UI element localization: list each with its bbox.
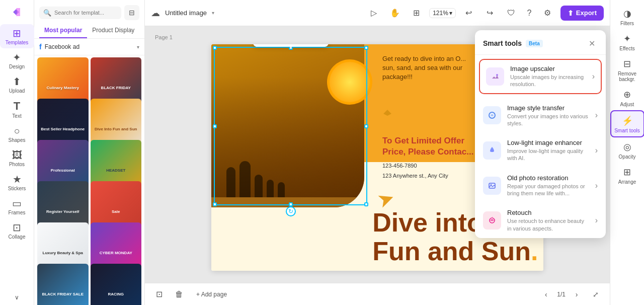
upload-label: Upload bbox=[9, 88, 25, 94]
low-light-desc: Improve low-light image quality with AI. bbox=[507, 147, 589, 162]
upload-icon: ⬆ bbox=[13, 77, 21, 87]
photos-icon: 🖼 bbox=[12, 150, 22, 160]
frames-icon: ▭ bbox=[12, 198, 22, 208]
retouch-item[interactable]: Retouch Use retouch to enhance beauty in… bbox=[475, 203, 606, 238]
right-tool-effects[interactable]: ✦ Effects bbox=[610, 29, 645, 54]
low-light-arrow-icon: › bbox=[595, 146, 598, 155]
tab-product-display[interactable]: Product Display bbox=[87, 23, 139, 38]
image-upscaler-icon-box bbox=[486, 67, 504, 86]
app-logo[interactable] bbox=[9, 4, 25, 20]
smart-tools-label: Smart tools bbox=[614, 128, 640, 133]
search-box[interactable]: 🔍 bbox=[39, 7, 121, 19]
close-smart-panel-button[interactable]: ✕ bbox=[586, 37, 598, 49]
old-photo-item[interactable]: Old photo restoration Repair your damage… bbox=[475, 168, 606, 203]
remove-bg-label: Remove backgr. bbox=[612, 71, 642, 82]
old-photo-info: Old photo restoration Repair your damage… bbox=[507, 174, 589, 197]
sidebar-item-templates[interactable]: ⊞ Templates bbox=[0, 24, 34, 48]
sidebar-item-frames[interactable]: ▭ Frames bbox=[0, 194, 34, 218]
fullscreen-button[interactable]: ⤢ bbox=[588, 286, 604, 302]
low-light-item[interactable]: Low-light image enhancer Improve low-lig… bbox=[475, 133, 606, 168]
filters-label: Filters bbox=[620, 21, 634, 26]
shield-icon[interactable]: 🛡 bbox=[503, 5, 519, 21]
sidebar-item-upload[interactable]: ⬆ Upload bbox=[0, 72, 34, 97]
templates-icon: ⊞ bbox=[13, 28, 21, 38]
doc-chevron-icon[interactable]: ▾ bbox=[212, 10, 214, 16]
effects-icon: ✦ bbox=[623, 33, 631, 44]
tab-most-popular[interactable]: Most popular bbox=[39, 23, 87, 38]
filters-icon: ◑ bbox=[623, 8, 631, 19]
style-transfer-arrow-icon: › bbox=[595, 111, 598, 120]
left-sidebar: ⊞ Templates ✦ Design ⬆ Upload T Text ○ S… bbox=[0, 0, 34, 305]
filter-button[interactable]: ⊟ bbox=[124, 5, 139, 20]
bottom-bar: ⊡ 🗑 + Add page ‹ 1/1 › ⤢ bbox=[145, 283, 610, 305]
svg-rect-1 bbox=[490, 71, 500, 82]
add-page-label: + Add page bbox=[196, 291, 227, 298]
sidebar-item-photos[interactable]: 🖼 Photos bbox=[0, 146, 34, 170]
retouch-name: Retouch bbox=[507, 209, 589, 216]
old-photo-name: Old photo restoration bbox=[507, 174, 589, 182]
layout-tool-button[interactable]: ⊞ bbox=[408, 5, 424, 21]
retouch-arrow-icon: › bbox=[595, 216, 598, 225]
design-icon: ✦ bbox=[13, 52, 21, 62]
next-page-button[interactable]: › bbox=[570, 287, 584, 301]
fb-chevron-icon: ▾ bbox=[137, 44, 139, 50]
document-title[interactable]: Untitled image bbox=[165, 9, 207, 17]
cloud-icon: ☁ bbox=[151, 8, 160, 19]
collage-label: Collage bbox=[9, 234, 26, 240]
stickers-icon: ★ bbox=[13, 174, 22, 184]
right-tool-smart-tools[interactable]: ⚡ Smart tools bbox=[610, 110, 645, 137]
shapes-icon: ○ bbox=[14, 126, 20, 136]
low-light-icon-box bbox=[483, 141, 501, 160]
search-input[interactable] bbox=[54, 10, 117, 16]
arrange-icon: ⊞ bbox=[623, 167, 631, 178]
template-grid: Culinary Mastery BLACK FRIDAY Best Selle… bbox=[34, 55, 144, 305]
low-light-info: Low-light image enhancer Improve low-lig… bbox=[507, 139, 589, 162]
hand-tool-button[interactable]: ✋ bbox=[387, 5, 403, 21]
sidebar-expand-button[interactable]: ∨ bbox=[0, 290, 34, 305]
style-transfer-desc: Convert your images into various styles. bbox=[507, 113, 589, 127]
image-upscaler-desc: Upscale images by increasing resolution. bbox=[510, 73, 586, 88]
right-tool-remove-bg[interactable]: ⊟ Remove backgr. bbox=[610, 54, 645, 85]
zoom-control[interactable]: 121% ▾ bbox=[429, 8, 456, 18]
right-tool-arrange[interactable]: ⊞ Arrange bbox=[610, 163, 645, 188]
sidebar-item-collage[interactable]: ⊡ Collage bbox=[0, 218, 34, 243]
right-tool-opacity[interactable]: ◎ Opacity bbox=[610, 137, 645, 163]
zoom-level: 121% bbox=[433, 10, 448, 17]
effects-label: Effects bbox=[619, 46, 634, 51]
right-tool-adjust[interactable]: ⊕ Adjust bbox=[610, 85, 645, 110]
list-item[interactable]: BLACK FRIDAY SALE bbox=[37, 264, 89, 305]
adjust-icon: ⊕ bbox=[623, 89, 631, 100]
page-indicator: 1/1 bbox=[557, 291, 566, 298]
settings-icon[interactable]: ⚙ bbox=[539, 5, 555, 21]
prev-page-button[interactable]: ‹ bbox=[539, 287, 553, 301]
copy-button[interactable]: ⊡ bbox=[151, 286, 167, 302]
image-style-transfer-item[interactable]: Image style transfer Convert your images… bbox=[475, 98, 606, 133]
search-icon: 🔍 bbox=[43, 9, 51, 17]
add-page-button[interactable]: + Add page bbox=[191, 288, 232, 301]
sidebar-item-text[interactable]: T Text bbox=[0, 97, 34, 122]
zoom-chevron-icon: ▾ bbox=[449, 10, 452, 17]
help-icon[interactable]: ? bbox=[521, 5, 537, 21]
undo-button[interactable]: ↩ bbox=[461, 5, 477, 21]
right-tool-filters[interactable]: ◑ Filters bbox=[610, 4, 645, 29]
export-button[interactable]: ⬆ Export bbox=[560, 6, 604, 21]
design-label: Design bbox=[9, 64, 25, 69]
list-item[interactable]: RACING bbox=[91, 264, 142, 305]
sidebar-item-stickers[interactable]: ★ Stickers bbox=[0, 170, 34, 194]
text-label: Text bbox=[12, 113, 21, 119]
svg-point-2 bbox=[496, 74, 498, 76]
sidebar-item-design[interactable]: ✦ Design bbox=[0, 48, 34, 72]
facebook-ad-dropdown[interactable]: f Facebook ad ▾ bbox=[34, 39, 144, 55]
svg-point-6 bbox=[491, 149, 494, 152]
select-tool-button[interactable]: ▷ bbox=[366, 5, 382, 21]
text-icon: T bbox=[14, 101, 20, 112]
collage-icon: ⊡ bbox=[13, 222, 21, 233]
old-photo-desc: Repair your damaged photos or bring them… bbox=[507, 183, 589, 197]
delete-button[interactable]: 🗑 bbox=[171, 286, 187, 302]
image-upscaler-row[interactable]: Image upscaler Upscale images by increas… bbox=[480, 60, 601, 93]
sidebar-item-shapes[interactable]: ○ Shapes bbox=[0, 122, 34, 146]
image-upscaler-item[interactable]: Image upscaler Upscale images by increas… bbox=[479, 59, 602, 94]
svg-point-9 bbox=[491, 184, 492, 185]
redo-button[interactable]: ↪ bbox=[482, 5, 498, 21]
header-icons: 🛡 ? ⚙ bbox=[503, 5, 555, 21]
